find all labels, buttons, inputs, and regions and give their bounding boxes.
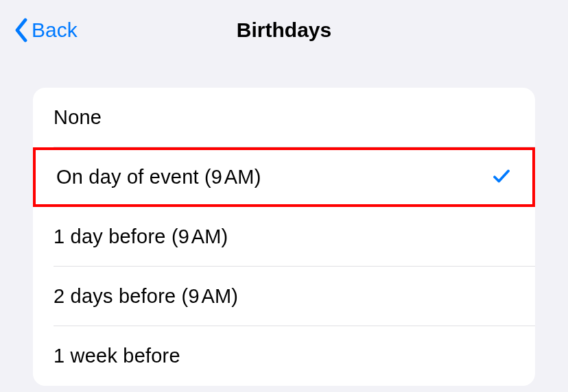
option-none[interactable]: None <box>33 88 535 147</box>
option-label: On day of event (9 AM) <box>56 166 261 188</box>
back-button[interactable]: Back <box>14 18 78 42</box>
option-1-week-before[interactable]: 1 week before <box>33 326 535 386</box>
option-1-day-before[interactable]: 1 day before (9 AM) <box>33 207 535 267</box>
option-2-days-before[interactable]: 2 days before (9 AM) <box>33 267 535 326</box>
option-on-day-of-event[interactable]: On day of event (9 AM) <box>33 147 535 207</box>
page-title: Birthdays <box>237 19 331 42</box>
option-label: 1 week before <box>54 345 180 367</box>
chevron-left-icon <box>14 18 29 42</box>
option-label: 1 day before (9 AM) <box>54 225 228 248</box>
checkmark-icon <box>491 166 512 189</box>
navbar: Back Birthdays <box>0 0 568 60</box>
option-label: None <box>54 106 102 129</box>
option-label: 2 days before (9 AM) <box>54 285 238 308</box>
back-label: Back <box>32 19 78 42</box>
options-list: None On day of event (9 AM) 1 day before… <box>33 88 535 386</box>
